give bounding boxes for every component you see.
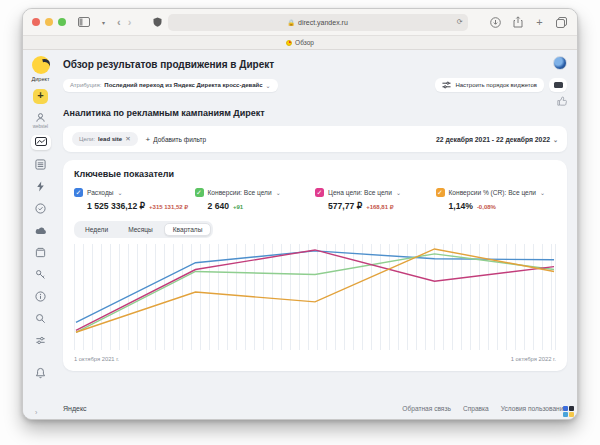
- section-title: Аналитика по рекламным кампаниям Директ: [63, 108, 567, 118]
- sidebar-item-settings[interactable]: [31, 333, 51, 348]
- plus-icon: +: [146, 135, 151, 144]
- filter-bar: Цели: lead site ✕ + Добавить фильтр 22 д…: [63, 126, 567, 152]
- sidebar-item-notifications[interactable]: [31, 365, 51, 380]
- tab-obzor[interactable]: Обзор: [286, 39, 314, 46]
- browser-window: ▾ ‹ › 🔒 direct.yandex.ru ⟳: [22, 8, 578, 420]
- metric-checkbox[interactable]: ✓: [195, 188, 204, 197]
- date-range-value: 22 декабря 2021 - 22 декабря 2022: [436, 136, 550, 143]
- sidebar-item-overview[interactable]: [31, 135, 51, 150]
- sidebar-item-campaigns[interactable]: [31, 157, 51, 172]
- chevron-down-icon: ⌄: [553, 136, 558, 143]
- date-range-select[interactable]: 22 декабря 2021 - 22 декабря 2022 ⌄: [436, 136, 558, 143]
- tab-weeks[interactable]: Недели: [76, 223, 117, 236]
- key-metrics-card: Ключевые показатели ✓ Расходы ⌄ 1 525 33…: [63, 160, 567, 371]
- yandex-brand[interactable]: Яндекс: [63, 405, 87, 412]
- user-login: webstel: [33, 124, 48, 129]
- browser-toolbar: ▾ ‹ › 🔒 direct.yandex.ru ⟳: [23, 9, 577, 36]
- profile-avatar[interactable]: [553, 56, 567, 70]
- footer-link-feedback[interactable]: Обратная связь: [402, 405, 451, 412]
- main-area: Обзор результатов продвижения в Директ А…: [59, 50, 577, 420]
- metric-checkbox[interactable]: ✓: [436, 188, 445, 197]
- tab-overview-icon[interactable]: [555, 16, 568, 28]
- thumbs-up-icon[interactable]: [557, 96, 567, 106]
- goal-filter-label: Цели:: [79, 136, 95, 142]
- metric-value: 2 640: [208, 201, 230, 211]
- add-filter-label: Добавить фильтр: [153, 136, 206, 143]
- footer-link-terms[interactable]: Условия пользования: [501, 405, 567, 412]
- sidebar-collapse-chevron[interactable]: ›: [35, 409, 37, 416]
- share-icon[interactable]: [511, 16, 524, 28]
- configure-widgets-button[interactable]: Настроить порядок виджетов: [435, 78, 544, 92]
- tab-months[interactable]: Месяцы: [119, 223, 162, 236]
- tab-quarters[interactable]: Кварталы: [164, 223, 212, 236]
- key-metrics-title: Ключевые показатели: [74, 169, 556, 179]
- add-filter-button[interactable]: + Добавить фильтр: [146, 135, 206, 144]
- sidebar-item-orders[interactable]: [31, 245, 51, 260]
- metric-checkbox[interactable]: ✓: [315, 188, 324, 197]
- metric-delta: +315 131,52 ₽: [149, 203, 188, 210]
- metric-goal-cost: ✓ Цена цели: Все цели ⌄ 577,77 ₽ +168,81…: [315, 188, 436, 211]
- chevron-down-icon[interactable]: ⌄: [117, 189, 122, 196]
- chevron-down-icon[interactable]: ⌄: [540, 189, 545, 196]
- metric-expenses: ✓ Расходы ⌄ 1 525 336,12 ₽ +315 131,52 ₽: [74, 188, 195, 211]
- metrics-chart[interactable]: 1 октября 2021 г. 1 октября 2022 г.: [74, 244, 556, 362]
- tab-title: Обзор: [295, 39, 314, 46]
- direct-logo-label: Директ: [32, 76, 50, 82]
- search-icon: [35, 313, 46, 324]
- overview-chart-icon: [35, 137, 47, 148]
- metric-delta: -0,08%: [477, 204, 496, 210]
- create-campaign-button[interactable]: +: [33, 89, 48, 104]
- remove-filter-icon[interactable]: ✕: [125, 135, 130, 143]
- goal-filter-value: lead site: [98, 136, 122, 142]
- metric-label: Цена цели: Все цели: [328, 189, 392, 196]
- sidebar-item-tools[interactable]: [31, 267, 51, 282]
- sidebar-item-info[interactable]: [31, 289, 51, 304]
- zoom-window-button[interactable]: [58, 18, 66, 26]
- attribution-select[interactable]: Атрибуция: Последний переход из Яндекс Д…: [63, 79, 278, 92]
- forward-button[interactable]: ›: [128, 16, 132, 28]
- close-window-button[interactable]: [32, 18, 40, 26]
- user-account[interactable]: webstel: [33, 112, 48, 129]
- sidebar-item-search[interactable]: [31, 311, 51, 326]
- goal-filter-chip[interactable]: Цели: lead site ✕: [72, 132, 138, 146]
- chart-svg: [74, 244, 556, 350]
- lightning-icon: [36, 181, 45, 192]
- url-text: direct.yandex.ru: [298, 19, 348, 26]
- info-icon: [35, 291, 46, 302]
- chevron-down-icon[interactable]: ▾: [97, 16, 110, 28]
- chevron-down-icon[interactable]: ⌄: [276, 189, 281, 196]
- page-footer: Яндекс Обратная связь Справка Условия по…: [63, 405, 567, 412]
- metrica-widget-icon[interactable]: [563, 406, 574, 417]
- metric-cr: ✓ Конверсии % (CR): Все цели ⌄ 1,14% -0,…: [436, 188, 557, 211]
- direct-logo[interactable]: [32, 56, 50, 74]
- sidebar-item-moderation[interactable]: [31, 201, 51, 216]
- chevron-down-icon[interactable]: ⌄: [396, 189, 401, 196]
- metric-checkbox[interactable]: ✓: [74, 188, 83, 197]
- minimize-window-button[interactable]: [45, 18, 53, 26]
- sidebar-item-actions[interactable]: [31, 179, 51, 194]
- x-axis-label-start: 1 октября 2021 г.: [74, 356, 119, 362]
- reload-icon[interactable]: ⟳: [457, 18, 463, 26]
- new-tab-icon[interactable]: +: [533, 16, 546, 28]
- check-circle-icon: [35, 203, 46, 214]
- presentation-mode-button[interactable]: [549, 78, 567, 92]
- metric-delta: +168,81 ₽: [366, 203, 393, 210]
- address-area: 🔒 direct.yandex.ru ⟳: [138, 14, 482, 31]
- privacy-shield-icon[interactable]: [153, 17, 162, 27]
- period-tabs: Недели Месяцы Кварталы: [74, 221, 213, 238]
- sidebar-item-library[interactable]: [31, 223, 51, 238]
- tab-strip: Обзор: [23, 36, 577, 50]
- address-bar[interactable]: 🔒 direct.yandex.ru ⟳: [168, 14, 468, 31]
- back-button[interactable]: ‹: [117, 16, 121, 28]
- page-content: Директ + webstel: [23, 50, 577, 420]
- metric-value: 577,77 ₽: [328, 201, 362, 211]
- metric-label: Конверсии % (CR): Все цели: [449, 189, 537, 196]
- x-axis-label-end: 1 октября 2022 г.: [511, 356, 556, 362]
- footer-link-help[interactable]: Справка: [463, 405, 489, 412]
- downloads-icon[interactable]: [489, 16, 502, 28]
- metric-conversions: ✓ Конверсии: Все цели ⌄ 2 640 +91: [195, 188, 316, 211]
- metric-label: Расходы: [87, 189, 113, 196]
- sidebar-toggle-icon[interactable]: [77, 16, 90, 28]
- key-tools-icon: [35, 269, 46, 280]
- metric-label: Конверсии: Все цели: [208, 189, 272, 196]
